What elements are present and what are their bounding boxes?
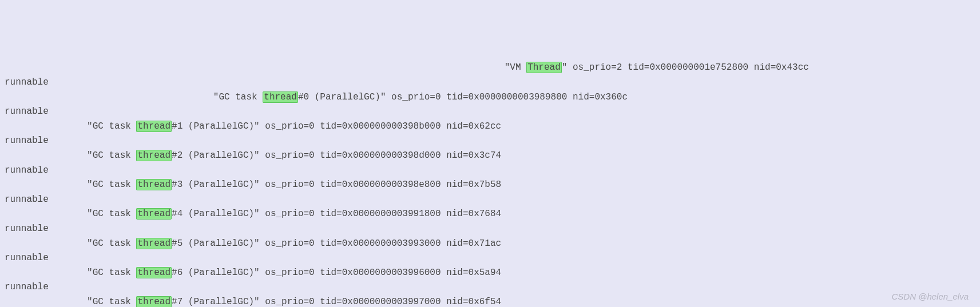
dump-line: runnable xyxy=(5,193,975,208)
dump-text: runnable xyxy=(5,135,49,146)
watermark-text: CSDN @helen_elva xyxy=(892,290,969,304)
dump-text: #1 (ParallelGC)" os_prio=0 tid=0x0000000… xyxy=(172,121,501,131)
dump-text: runnable xyxy=(5,282,49,292)
dump-text: runnable xyxy=(5,224,49,234)
search-highlight: Thread xyxy=(526,62,562,73)
dump-text: "GC task xyxy=(87,238,136,249)
dump-text: #3 (ParallelGC)" os_prio=0 tid=0x0000000… xyxy=(172,180,501,190)
dump-line: runnable xyxy=(5,105,975,119)
dump-text: "GC task xyxy=(87,180,136,190)
dump-text: runnable xyxy=(5,165,49,176)
dump-line: "GC task thread#6 (ParallelGC)" os_prio=… xyxy=(5,266,975,281)
dump-text: "GC task xyxy=(87,297,136,307)
dump-line: runnable xyxy=(5,134,975,149)
search-highlight: thread xyxy=(136,238,172,249)
dump-text: #5 (ParallelGC)" os_prio=0 tid=0x0000000… xyxy=(172,238,501,249)
dump-line: "GC task thread#5 (ParallelGC)" os_prio=… xyxy=(5,237,975,252)
dump-text: #4 (ParallelGC)" os_prio=0 tid=0x0000000… xyxy=(172,209,501,219)
dump-text: runnable xyxy=(5,253,49,263)
dump-line: runnable xyxy=(5,280,975,295)
dump-text: runnable xyxy=(5,77,49,87)
search-highlight: thread xyxy=(136,296,172,307)
dump-line: runnable xyxy=(5,164,975,178)
dump-line: runnable xyxy=(5,222,975,237)
dump-line: "VM Thread" os_prio=2 tid=0x000000001e75… xyxy=(5,61,975,75)
dump-line: "GC task thread#4 (ParallelGC)" os_prio=… xyxy=(5,207,975,222)
dump-text: runnable xyxy=(5,106,49,117)
dump-text: " os_prio=2 tid=0x000000001e752800 nid=0… xyxy=(562,62,809,73)
dump-text: "GC task xyxy=(213,92,263,102)
dump-text: #2 (ParallelGC)" os_prio=0 tid=0x0000000… xyxy=(172,150,501,161)
search-highlight: thread xyxy=(136,179,172,190)
dump-line: "GC task thread#2 (ParallelGC)" os_prio=… xyxy=(5,149,975,164)
dump-text: #7 (ParallelGC)" os_prio=0 tid=0x0000000… xyxy=(172,297,501,307)
dump-line: runnable xyxy=(5,75,975,90)
dump-text: "GC task xyxy=(87,150,136,161)
dump-text: runnable xyxy=(5,194,49,205)
dump-text: "GC task xyxy=(87,268,136,278)
search-highlight: thread xyxy=(136,208,172,220)
dump-text: "GC task xyxy=(87,209,136,219)
dump-text: "VM xyxy=(505,62,526,73)
dump-text: "GC task xyxy=(87,121,136,131)
search-highlight: thread xyxy=(136,150,172,161)
search-highlight: thread xyxy=(263,91,298,103)
thread-dump-output: "VM Thread" os_prio=2 tid=0x000000001e75… xyxy=(5,61,975,307)
search-highlight: thread xyxy=(136,267,172,278)
dump-text: #0 (ParallelGC)" os_prio=0 tid=0x0000000… xyxy=(298,92,628,102)
dump-line: "GC task thread#7 (ParallelGC)" os_prio=… xyxy=(5,295,975,307)
dump-line: "GC task thread#3 (ParallelGC)" os_prio=… xyxy=(5,178,975,193)
dump-text: #6 (ParallelGC)" os_prio=0 tid=0x0000000… xyxy=(172,268,501,278)
dump-line: runnable xyxy=(5,251,975,266)
dump-line: "GC task thread#1 (ParallelGC)" os_prio=… xyxy=(5,119,975,134)
dump-line: "GC task thread#0 (ParallelGC)" os_prio=… xyxy=(5,90,975,105)
search-highlight: thread xyxy=(136,121,172,132)
